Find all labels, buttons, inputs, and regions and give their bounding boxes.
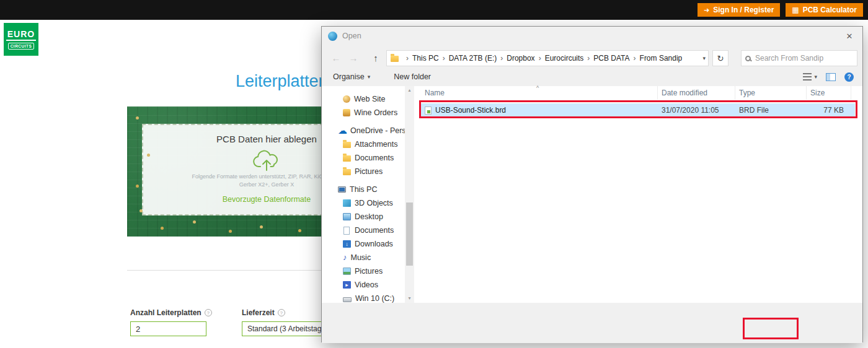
sidebar-item-label: Pictures	[355, 267, 383, 276]
preview-pane-icon[interactable]	[826, 73, 836, 81]
computer-icon	[338, 186, 346, 193]
info-icon[interactable]	[278, 309, 285, 316]
column-label: Date modified	[662, 89, 707, 97]
change-view-button[interactable]	[803, 73, 817, 80]
address-dropdown-icon[interactable]	[702, 55, 706, 61]
forward-button[interactable]	[345, 50, 361, 66]
breadcrumb-this-pc[interactable]: This PC	[412, 54, 439, 63]
up-button[interactable]	[368, 50, 384, 66]
refresh-button[interactable]	[712, 50, 728, 66]
breadcrumb-from-sandip[interactable]: From Sandip	[640, 54, 683, 63]
screen: Sign In / Register PCB Calculator EURO C…	[0, 0, 868, 348]
toolbar-right-icons	[803, 72, 854, 82]
dialog-toolbar: Organise New folder	[322, 67, 862, 86]
sign-in-label: Sign In / Register	[713, 6, 774, 14]
sidebar-item-label: Documents	[355, 226, 394, 235]
sidebar-item-documents-onedrive[interactable]: Documents	[322, 151, 405, 165]
organise-label: Organise	[333, 72, 365, 81]
chevron-down-icon	[368, 74, 371, 80]
folder-icon	[343, 155, 351, 162]
search-box[interactable]	[741, 50, 857, 66]
website-icon	[343, 95, 350, 103]
chevron-down-icon	[814, 74, 817, 80]
scroll-up-icon[interactable]	[405, 86, 414, 95]
breadcrumb[interactable]: This PC DATA 2TB (E:) Dropbox Eurocircui…	[386, 50, 709, 66]
open-dialog: Open This PC DATA 2TB (E:) Dropbox Euroc…	[321, 26, 863, 342]
breadcrumb-pcb-data[interactable]: PCB DATA	[593, 54, 629, 63]
organise-button[interactable]: Organise	[333, 72, 370, 81]
sign-in-icon	[704, 6, 709, 14]
chevron-right-icon	[443, 54, 445, 63]
file-name-cell: USB-Sound-Stick.brd	[421, 106, 658, 115]
upload-cloud-icon	[252, 148, 281, 172]
sign-in-button[interactable]: Sign In / Register	[698, 3, 780, 17]
sidebar-item-label: Videos	[355, 281, 378, 289]
sidebar-item-label: Documents	[355, 154, 394, 162]
sidebar-item-label: Web Site	[354, 95, 386, 103]
navigation-tree: Web Site Wine Orders OneDrive - Person A…	[322, 86, 405, 303]
sidebar-item-3d-objects[interactable]: 3D Objects	[322, 196, 405, 210]
sidebar-item-music[interactable]: Music	[322, 251, 405, 264]
file-list-header: Name Date modified Type Size	[421, 86, 855, 100]
onedrive-cloud-icon	[338, 127, 347, 134]
wine-orders-icon	[343, 109, 350, 116]
sidebar-item-pictures-onedrive[interactable]: Pictures	[322, 165, 405, 178]
quantity-input[interactable]	[130, 321, 206, 336]
breadcrumb-eurocircuits[interactable]: Eurocircuits	[545, 54, 584, 63]
scroll-down-icon[interactable]	[405, 294, 414, 303]
file-name-text: USB-Sound-Stick.brd	[435, 106, 506, 115]
sidebar-item-downloads[interactable]: Downloads	[322, 237, 405, 251]
dialog-title: Open	[342, 32, 361, 40]
chevron-right-icon	[500, 54, 503, 63]
column-header-date-modified[interactable]: Date modified	[658, 86, 735, 100]
3d-objects-icon	[343, 199, 351, 207]
sidebar-item-desktop[interactable]: Desktop	[322, 210, 405, 224]
sidebar-item-label: Desktop	[355, 212, 383, 221]
help-icon[interactable]	[844, 72, 854, 82]
sidebar-item-videos[interactable]: Videos	[322, 278, 405, 292]
column-header-type[interactable]: Type	[735, 86, 807, 100]
sidebar-item-this-pc[interactable]: This PC	[322, 183, 405, 196]
close-icon[interactable]	[836, 27, 862, 45]
breadcrumb-dropbox[interactable]: Dropbox	[507, 54, 534, 63]
scrollbar-thumb[interactable]	[406, 202, 413, 266]
sidebar-item-onedrive[interactable]: OneDrive - Person	[322, 124, 405, 137]
sidebar-item-label: This PC	[350, 185, 377, 194]
sidebar-item-label: 3D Objects	[355, 199, 393, 207]
sidebar-item-wine-orders[interactable]: Wine Orders	[322, 106, 405, 120]
brd-file-icon	[425, 107, 432, 115]
dialog-main: Web Site Wine Orders OneDrive - Person A…	[322, 86, 862, 303]
sidebar-item-label: Attachments	[355, 140, 397, 149]
breadcrumb-data-2tb[interactable]: DATA 2TB (E:)	[449, 54, 497, 63]
sidebar-item-win10-c[interactable]: Win 10 (C:)	[322, 292, 405, 303]
delivery-select-value: Standard (3 Arbeitstage	[247, 324, 326, 333]
new-folder-label: New folder	[394, 72, 431, 81]
chevron-right-icon	[634, 54, 636, 63]
column-label: Size	[810, 89, 825, 97]
folder-icon	[343, 169, 351, 175]
downloads-icon	[343, 240, 351, 248]
sidebar-item-pictures[interactable]: Pictures	[322, 264, 405, 278]
folder-icon	[391, 56, 399, 62]
quantity-label-text: Anzahl Leiterplatten	[130, 308, 202, 317]
new-folder-button[interactable]: New folder	[394, 72, 431, 81]
sidebar-item-attachments[interactable]: Attachments	[322, 137, 405, 151]
calculator-icon	[792, 6, 799, 14]
eurocircuits-logo[interactable]: EURO CIRCUITS	[4, 23, 38, 56]
file-type-cell: BRD File	[735, 106, 807, 115]
tree-scrollbar[interactable]	[405, 86, 414, 303]
dialog-titlebar[interactable]: Open	[322, 27, 862, 45]
column-header-size[interactable]: Size	[807, 86, 851, 100]
sidebar-item-documents[interactable]: Documents	[322, 224, 405, 237]
open-dialog-icon	[328, 32, 337, 41]
column-header-name[interactable]: Name	[421, 86, 658, 100]
sidebar-item-label: Wine Orders	[354, 108, 397, 117]
file-row-usb-sound-stick[interactable]: USB-Sound-Stick.brd 31/07/2020 11:05 BRD…	[421, 103, 855, 117]
info-icon[interactable]	[205, 309, 212, 316]
pcb-calculator-button[interactable]: PCB Calculator	[786, 3, 863, 17]
sidebar-item-web-site[interactable]: Web Site	[322, 92, 405, 106]
search-input[interactable]	[755, 54, 853, 63]
back-button[interactable]	[328, 50, 344, 66]
file-size-cell: 77 KB	[807, 106, 851, 115]
delivery-label-text: Lieferzeit	[242, 308, 275, 317]
